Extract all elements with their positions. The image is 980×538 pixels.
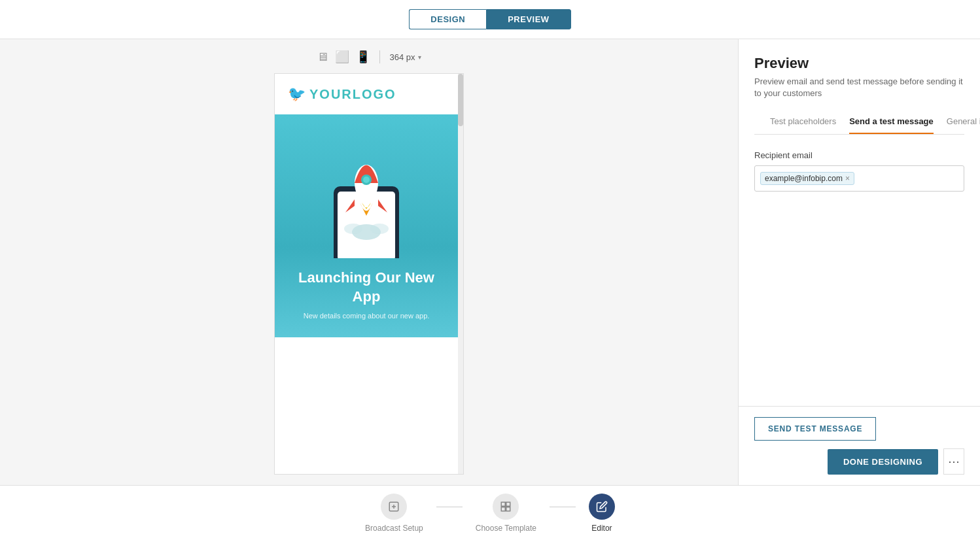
px-value: 364 px: [389, 52, 415, 62]
tab-content-send-test: Recipient email example@infobip.com ×: [739, 135, 980, 406]
editor-label: Editor: [591, 524, 612, 533]
tablet-landscape-icon[interactable]: ⬜: [335, 50, 349, 64]
svg-point-8: [363, 177, 370, 183]
nav-step-choose-template[interactable]: Choose Template: [449, 494, 563, 533]
rocket-scene: [285, 127, 447, 258]
email-preview-frame: 🐦 YOURLOGO: [274, 73, 464, 475]
chip-remove-button[interactable]: ×: [845, 175, 850, 182]
done-designing-button[interactable]: DONE DESIGNING: [828, 449, 938, 475]
right-panel: Preview Preview email and send test mess…: [738, 39, 980, 485]
svg-rect-13: [506, 507, 510, 511]
px-selector[interactable]: 364 px ▾: [389, 52, 421, 62]
broadcast-setup-label: Broadcast Setup: [365, 524, 423, 533]
email-body: 🐦 YOURLOGO: [275, 74, 458, 337]
more-options-button[interactable]: ⋯: [943, 448, 964, 475]
choose-template-label: Choose Template: [476, 524, 536, 533]
more-options-icon: ⋯: [948, 454, 960, 469]
main-content: 🖥 ⬜ 📱 364 px ▾ 🐦 YOURLOGO: [0, 39, 980, 485]
nav-step-broadcast-setup[interactable]: Broadcast Setup: [339, 494, 449, 533]
chevron-down-icon: ▾: [418, 54, 421, 61]
email-chip-value: example@infobip.com: [765, 174, 843, 183]
preview-tab-button[interactable]: PREVIEW: [486, 9, 570, 29]
device-toolbar: 🖥 ⬜ 📱 364 px ▾: [317, 50, 421, 64]
desktop-icon[interactable]: 🖥: [317, 50, 328, 64]
svg-point-5: [370, 224, 389, 234]
scrollbar[interactable]: [458, 74, 463, 474]
design-tab-button[interactable]: DESIGN: [409, 9, 486, 29]
tab-send-test-message[interactable]: Send a test message: [849, 110, 934, 134]
email-hero-subtitle: New details coming about our new app.: [285, 311, 447, 321]
preview-title: Preview: [754, 55, 964, 72]
logo-icon: 🐦: [288, 86, 306, 103]
device-separator: [379, 50, 380, 63]
svg-point-4: [344, 224, 362, 234]
svg-rect-12: [502, 507, 506, 511]
rocket-illustration: [314, 127, 419, 258]
done-designing-row: DONE DESIGNING ⋯: [754, 448, 964, 475]
tab-general-info[interactable]: General info: [947, 110, 980, 134]
scrollbar-thumb[interactable]: [458, 74, 463, 126]
preview-tabs: Test placeholders Send a test message Ge…: [754, 110, 964, 135]
svg-rect-10: [502, 502, 506, 506]
logo-text: YOURLOGO: [309, 87, 396, 102]
bottom-navigation: Broadcast Setup Choose Template Editor: [0, 485, 980, 538]
choose-template-icon: [493, 494, 519, 520]
preview-description: Preview email and send test message befo…: [754, 76, 964, 99]
right-panel-header: Preview Preview email and send test mess…: [739, 39, 980, 135]
recipient-email-label: Recipient email: [754, 150, 964, 160]
email-logo-area: 🐦 YOURLOGO: [275, 74, 458, 114]
top-toolbar: DESIGN PREVIEW: [0, 0, 980, 39]
email-hero: Launching Our New App New details coming…: [275, 114, 458, 337]
email-hero-title: Launching Our New App: [285, 269, 447, 306]
tablet-portrait-icon[interactable]: 📱: [356, 50, 370, 64]
email-chip: example@infobip.com ×: [760, 172, 854, 185]
editor-icon: [589, 494, 615, 520]
tab-test-placeholders[interactable]: Test placeholders: [770, 110, 836, 134]
nav-step-editor[interactable]: Editor: [563, 494, 641, 533]
recipient-email-input[interactable]: example@infobip.com ×: [754, 165, 964, 192]
right-panel-footer: SEND TEST MESSAGE DONE DESIGNING ⋯: [739, 406, 980, 485]
send-test-message-button[interactable]: SEND TEST MESSAGE: [754, 417, 876, 441]
left-panel: 🖥 ⬜ 📱 364 px ▾ 🐦 YOURLOGO: [0, 39, 738, 485]
svg-rect-11: [506, 502, 510, 506]
broadcast-setup-icon: [381, 494, 407, 520]
